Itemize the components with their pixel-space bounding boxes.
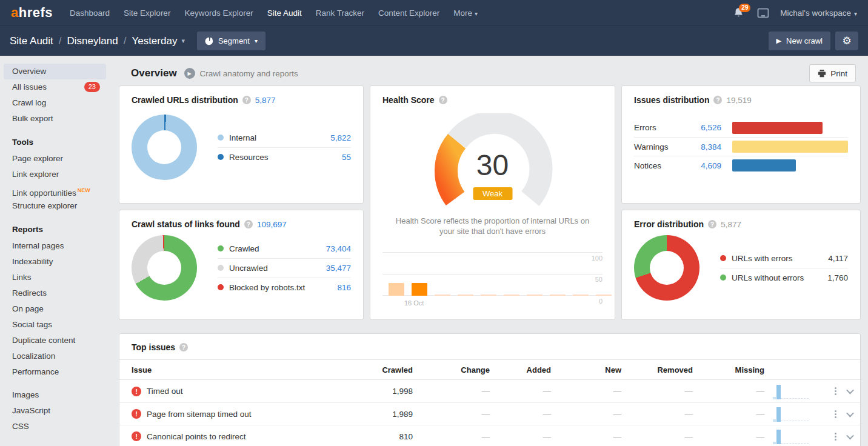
health-score-gauge: 30 Weak (432, 113, 553, 207)
legend-dot (720, 275, 726, 281)
ahrefs-logo[interactable]: ahrefs (11, 5, 53, 21)
issue-sparkline[interactable] (764, 428, 818, 444)
kebab-menu-icon[interactable] (833, 409, 838, 419)
legend-value[interactable]: 55 (342, 153, 351, 162)
legend-dot (218, 245, 224, 251)
legend-value[interactable]: 73,404 (326, 244, 351, 253)
error-alert-icon: ! (132, 387, 141, 396)
crawled-urls-total[interactable]: 5,877 (255, 96, 276, 105)
sidebar-item-indexability[interactable]: Indexability (4, 254, 106, 270)
breadcrumb-crawl-date[interactable]: Yesterday (132, 35, 177, 47)
legend-value[interactable]: 5,822 (330, 133, 351, 142)
help-icon[interactable]: ? (244, 220, 253, 228)
trend-bar-7[interactable] (550, 295, 566, 296)
sidebar-item-all-issues[interactable]: All issues23 (4, 79, 106, 95)
links-found-total[interactable]: 109,697 (257, 220, 287, 229)
legend-dot (218, 284, 224, 290)
chevron-down-icon: ▾ (475, 10, 478, 17)
empty-cell: — (551, 387, 621, 396)
legend-value[interactable]: 35,477 (326, 264, 351, 273)
trend-bar-1[interactable] (412, 283, 427, 296)
issue-name[interactable]: !Page from sitemap timed out (132, 409, 358, 419)
crawl-status-donut-chart[interactable] (132, 235, 197, 301)
page-subtitle[interactable]: Crawl anatomy and reports (200, 69, 298, 78)
desktop-app-icon[interactable] (757, 8, 769, 18)
sidebar-item-crawl-log[interactable]: Crawl log (4, 95, 106, 111)
sidebar-item-duplicate-content[interactable]: Duplicate content (4, 333, 106, 348)
chevron-down-icon[interactable] (846, 431, 854, 439)
crawled-urls-donut-chart[interactable] (132, 115, 197, 180)
trend-bar-9[interactable] (596, 295, 612, 296)
chevron-down-icon[interactable] (846, 409, 854, 417)
help-icon[interactable]: ? (242, 96, 251, 104)
sidebar-item-localization[interactable]: Localization (4, 348, 106, 364)
project-toolbar: Site Audit / Disneyland / Yesterday ▾ Se… (0, 25, 868, 56)
nav-item-site-explorer[interactable]: Site Explorer (124, 8, 170, 18)
kebab-menu-icon[interactable] (833, 386, 838, 396)
top-navbar: ahrefs DashboardSite ExplorerKeywords Ex… (0, 0, 868, 25)
trend-bar-2[interactable] (435, 295, 450, 296)
trend-bar-5[interactable] (504, 295, 519, 296)
notifications-bell[interactable]: 29 (733, 6, 746, 19)
sidebar-item-social-tags[interactable]: Social tags (4, 317, 106, 333)
issue-name[interactable]: !Timed out (132, 387, 358, 396)
sidebar-item-images[interactable]: Images (4, 387, 106, 403)
sidebar-item-external-pages[interactable]: External pages (4, 442, 106, 446)
issues-bar[interactable] (732, 159, 796, 171)
sidebar-item-link-explorer[interactable]: Link explorer (4, 167, 106, 182)
chevron-down-icon[interactable]: ▾ (181, 37, 185, 45)
sidebar-item-css[interactable]: CSS (4, 419, 106, 434)
help-icon[interactable]: ? (179, 343, 188, 351)
settings-button[interactable]: ⚙ (835, 32, 858, 50)
kebab-menu-icon[interactable] (833, 431, 838, 442)
trend-bar-4[interactable] (481, 295, 496, 296)
issues-bar[interactable] (732, 122, 823, 134)
sidebar-item-links[interactable]: Links (4, 270, 106, 285)
crawled-count: 1,998 (358, 387, 413, 396)
health-score-trend-chart[interactable]: 100 50 0 16 Oct (382, 244, 603, 307)
issue-name[interactable]: !Canonical points to redirect (132, 431, 358, 441)
play-video-icon[interactable]: ▶ (184, 68, 195, 79)
sidebar-item-page-explorer[interactable]: Page explorer (4, 151, 106, 167)
health-score-value: 30 (432, 148, 553, 182)
segment-button[interactable]: Segment ▾ (197, 32, 265, 50)
trend-bar-6[interactable] (527, 295, 542, 296)
trend-bar-8[interactable] (573, 295, 589, 296)
sidebar-item-internal-pages[interactable]: Internal pages (4, 238, 106, 254)
nav-item-rank-tracker[interactable]: Rank Tracker (316, 8, 364, 18)
sidebar-item-on-page[interactable]: On page (4, 301, 106, 317)
sidebar-item-link-opportunities[interactable]: Link opportunitiesNEW (4, 182, 106, 198)
issue-sparkline[interactable] (764, 406, 818, 422)
issues-count-link[interactable]: 8,384 (690, 142, 721, 151)
new-crawl-button[interactable]: ▶ New crawl (769, 32, 830, 50)
nav-item-dashboard[interactable]: Dashboard (70, 8, 110, 18)
workspace-menu[interactable]: Michal's workspace▾ (780, 8, 857, 18)
sidebar-item-javascript[interactable]: JavaScript (4, 403, 106, 419)
issues-bar[interactable] (732, 141, 848, 153)
sidebar-item-structure-explorer[interactable]: Structure explorer (4, 198, 106, 214)
error-distribution-donut-chart[interactable] (634, 235, 699, 301)
pie-segment-icon (205, 37, 213, 45)
help-icon[interactable]: ? (439, 96, 447, 104)
chevron-down-icon[interactable] (846, 387, 854, 394)
sidebar-item-performance[interactable]: Performance (4, 364, 106, 380)
sidebar-item-overview[interactable]: Overview (4, 64, 106, 79)
nav-item-more[interactable]: More▾ (453, 8, 478, 18)
sidebar-item-redirects[interactable]: Redirects (4, 285, 106, 301)
issues-count-link[interactable]: 6,526 (690, 123, 721, 132)
sidebar-item-bulk-export[interactable]: Bulk export (4, 111, 106, 127)
help-icon[interactable]: ? (708, 220, 716, 228)
nav-item-site-audit[interactable]: Site Audit (267, 8, 302, 18)
nav-item-content-explorer[interactable]: Content Explorer (378, 8, 439, 18)
breadcrumb-project[interactable]: Disneyland (67, 35, 118, 47)
issue-sparkline[interactable] (764, 384, 818, 399)
legend-value[interactable]: 816 (337, 283, 351, 292)
trend-bar-3[interactable] (458, 295, 473, 296)
breadcrumb-site-audit[interactable]: Site Audit (10, 35, 53, 47)
trend-bar-0[interactable] (389, 283, 404, 296)
nav-item-keywords-explorer[interactable]: Keywords Explorer (184, 8, 253, 18)
empty-cell: — (490, 432, 551, 441)
help-icon[interactable]: ? (713, 96, 722, 104)
issues-count-link[interactable]: 4,609 (690, 161, 721, 170)
print-button[interactable]: Print (809, 64, 856, 82)
